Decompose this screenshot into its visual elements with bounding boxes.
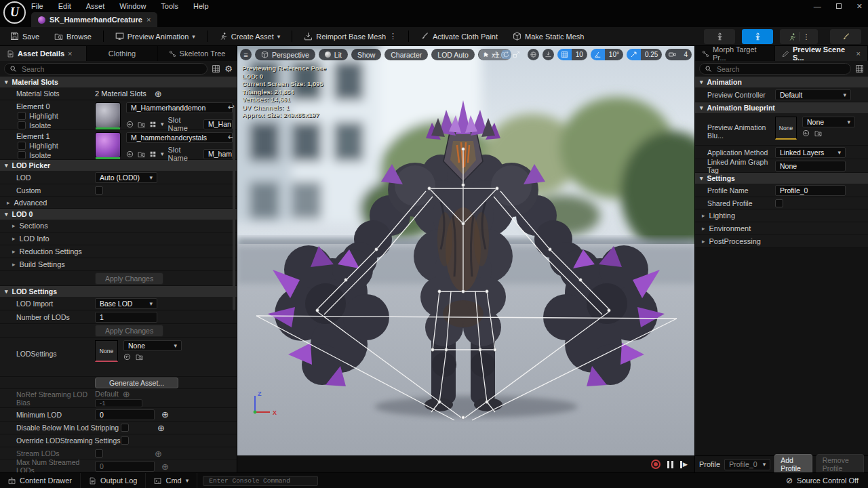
tab-skeleton-tree[interactable]: Skeleton Tree xyxy=(158,46,237,61)
asset-tab-close-icon[interactable]: × xyxy=(146,16,151,24)
content-drawer-button[interactable]: Content Drawer xyxy=(0,473,81,488)
preview-controller-dropdown[interactable]: Default▾ xyxy=(775,89,851,100)
anim-bp-dropdown[interactable]: None▾ xyxy=(802,117,855,127)
select-tool-icon[interactable] xyxy=(483,51,490,58)
perspective-dropdown[interactable]: Perspective xyxy=(255,49,315,60)
lighting-expander[interactable]: ▸Lighting xyxy=(695,209,868,222)
section-animation[interactable]: ▾Animation xyxy=(695,77,868,87)
browse-to-asset-icon[interactable] xyxy=(136,353,143,361)
search-input[interactable] xyxy=(715,64,846,74)
anim-bp-thumbnail[interactable]: None xyxy=(775,117,797,140)
search-box[interactable] xyxy=(4,63,208,75)
apply-changes-button[interactable]: Apply Changes xyxy=(95,325,163,337)
scale-snap-control[interactable]: 0.25 xyxy=(627,49,662,60)
menu-edit[interactable]: Edit xyxy=(58,2,71,10)
asset-tab[interactable]: SK_HammerhandCreature × xyxy=(31,12,157,27)
grid-snap-value[interactable]: 10 xyxy=(572,49,587,60)
browse-to-asset-icon[interactable] xyxy=(138,150,145,158)
grid-snap-control[interactable]: 10 xyxy=(557,49,587,60)
custom-checkbox[interactable] xyxy=(95,186,103,195)
menu-asset[interactable]: Asset xyxy=(86,2,105,10)
menu-help[interactable]: Help xyxy=(193,2,209,10)
override-checkbox[interactable] xyxy=(121,436,129,445)
menu-window[interactable]: Window xyxy=(119,2,146,10)
viewport[interactable]: ≡ Perspective Lit Show Character LOD Aut… xyxy=(237,46,695,455)
section-lod0[interactable]: ▾LOD 0 xyxy=(0,209,237,220)
isolate-checkbox[interactable] xyxy=(18,151,26,159)
animation-mode-button[interactable]: ⋮ xyxy=(780,29,818,44)
section-material-slots[interactable]: ▾Material Slots xyxy=(0,77,237,87)
browse-button[interactable]: Browse xyxy=(50,30,96,43)
record-button[interactable] xyxy=(651,460,660,469)
apply-changes-button[interactable]: Apply Changes xyxy=(95,272,163,285)
graph-tag-field[interactable]: None xyxy=(775,161,846,171)
tab-close-icon[interactable]: × xyxy=(68,49,72,58)
use-selected-asset-icon[interactable] xyxy=(123,353,131,361)
minimum-lod-field[interactable]: 0 xyxy=(95,409,155,420)
lodsettings-dropdown[interactable]: None▾ xyxy=(123,340,182,351)
sections-expander[interactable]: ▸Sections xyxy=(0,220,237,232)
lod-auto-dropdown[interactable]: LOD Auto xyxy=(431,49,475,60)
material-asset-field[interactable]: M_hammerhandcrystals xyxy=(126,132,233,143)
close-button[interactable]: ✕ xyxy=(856,2,863,11)
tab-preview-scene-settings[interactable]: Preview Scene S... × xyxy=(775,46,868,61)
shared-profile-checkbox[interactable] xyxy=(775,199,783,207)
view-options-icon[interactable] xyxy=(212,64,220,73)
more-options-icon[interactable]: ⋮ xyxy=(800,32,810,41)
viewport-menu-icon[interactable]: ≡ xyxy=(240,49,252,60)
activate-cloth-paint-button[interactable]: Activate Cloth Paint xyxy=(416,30,502,43)
more-options-icon[interactable]: ⋮ xyxy=(389,32,397,41)
camera-speed-icon[interactable] xyxy=(665,49,679,60)
world-local-toggle-icon[interactable] xyxy=(528,49,539,60)
surface-snap-icon[interactable] xyxy=(542,49,554,60)
use-selected-asset-icon[interactable] xyxy=(126,150,134,158)
make-static-mesh-button[interactable]: Make Static Mesh xyxy=(508,30,589,43)
scrollbar[interactable] xyxy=(233,107,235,310)
stream-lods-checkbox[interactable] xyxy=(95,449,103,458)
step-forward-button[interactable]: ▶ xyxy=(680,461,688,468)
save-button[interactable]: Save xyxy=(5,30,44,43)
per-platform-add-icon[interactable]: ⊕ xyxy=(161,410,169,419)
isolate-checkbox[interactable] xyxy=(18,121,26,129)
browse-to-asset-icon[interactable] xyxy=(814,129,822,137)
asset-picker-icon[interactable] xyxy=(149,150,157,158)
section-settings[interactable]: ▾Settings xyxy=(695,173,868,184)
highlight-checkbox[interactable] xyxy=(18,112,26,120)
tab-clothing[interactable]: Clothing xyxy=(87,46,158,61)
per-platform-add-icon[interactable]: ⊕ xyxy=(123,390,130,399)
lod-import-dropdown[interactable]: Base LOD▾ xyxy=(95,298,157,309)
grid-snap-icon[interactable] xyxy=(557,49,572,60)
minimize-button[interactable]: — xyxy=(814,2,821,10)
asset-picker-icon[interactable] xyxy=(149,121,157,128)
move-tool-icon[interactable] xyxy=(492,51,500,58)
restore-button[interactable] xyxy=(836,3,842,9)
noref-value-field[interactable]: -1 xyxy=(95,399,142,407)
chevron-down-icon[interactable]: ▾ xyxy=(161,121,164,127)
section-lod-settings[interactable]: ▾LOD Settings xyxy=(0,286,237,297)
output-log-button[interactable]: Output Log xyxy=(81,473,146,488)
disable-below-checkbox[interactable] xyxy=(121,424,129,432)
material-asset-field[interactable]: M_Hammerhanddemon xyxy=(126,102,233,113)
camera-speed-value[interactable]: 4 xyxy=(679,49,692,60)
highlight-checkbox[interactable] xyxy=(18,142,26,150)
use-selected-asset-icon[interactable] xyxy=(126,121,134,128)
pause-button[interactable] xyxy=(667,461,673,468)
reimport-base-mesh-button[interactable]: Reimport Base Mesh⋮ xyxy=(299,30,401,43)
source-control-status[interactable]: ⊘ Source Control Off xyxy=(786,476,868,485)
material-thumbnail[interactable] xyxy=(95,132,121,158)
console-command-input[interactable] xyxy=(208,476,313,485)
lod-dropdown[interactable]: Auto (LOD0)▾ xyxy=(95,172,157,183)
scale-snap-value[interactable]: 0.25 xyxy=(641,49,662,60)
build-settings-expander[interactable]: ▸Build Settings xyxy=(0,258,237,271)
unreal-logo[interactable]: U xyxy=(3,1,26,24)
lod-info-expander[interactable]: ▸LOD Info xyxy=(0,232,237,245)
environment-expander[interactable]: ▸Environment xyxy=(695,222,868,235)
tab-asset-details[interactable]: Asset Details × xyxy=(0,46,87,61)
lit-dropdown[interactable]: Lit xyxy=(319,49,348,60)
rotation-snap-control[interactable]: 10° xyxy=(591,49,623,60)
slot-name-field[interactable]: M_Han xyxy=(203,119,233,129)
lodsettings-thumbnail[interactable]: None xyxy=(95,340,118,362)
section-animation-blueprint[interactable]: ▾Animation Blueprint xyxy=(695,102,868,113)
camera-speed-control[interactable]: 4 xyxy=(665,49,692,60)
chevron-down-icon[interactable]: ▾ xyxy=(161,150,164,157)
